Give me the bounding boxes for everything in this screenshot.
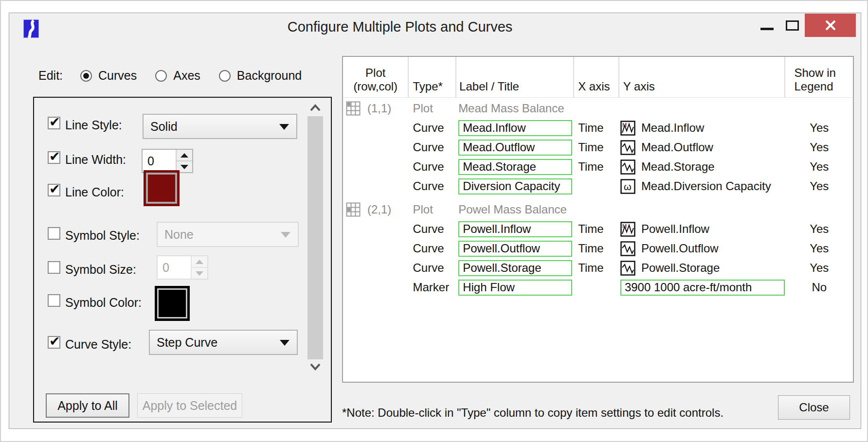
y-axis-value: Mead.Outflow: [641, 141, 713, 154]
table-row-marker[interactable]: Marker High Flow 3900 1000 acre-ft/month…: [343, 278, 853, 297]
row-type[interactable]: Curve: [409, 141, 456, 154]
dialog-window: Configure Multiple Plots and Curves Edit…: [9, 13, 861, 429]
curve-label-input[interactable]: Powell.Storage: [458, 260, 572, 276]
symbol-style-value: None: [164, 228, 194, 242]
line-style-value: Solid: [150, 120, 178, 134]
table-row-curve[interactable]: Curve Mead.Inflow Time M Mead.Inflow Yes: [343, 118, 853, 138]
symbol-style-checkbox[interactable]: [48, 227, 60, 240]
curve-style-label: Curve Style:: [65, 337, 131, 352]
symbol-color-checkbox[interactable]: [48, 294, 60, 307]
maximize-button[interactable]: [779, 14, 805, 37]
plot-coord: (2,1): [367, 203, 391, 216]
plot-grid-icon: [346, 202, 361, 217]
radio-option-background[interactable]: Background: [219, 69, 302, 83]
scrollbar-thumb[interactable]: [307, 116, 323, 359]
table-row-curve[interactable]: Curve Powell.Outflow Time Powell.Outflow…: [343, 239, 853, 258]
table-header: Plot (row,col) Type* Label / Title X axi…: [343, 57, 853, 98]
radio-curves: [80, 70, 92, 82]
spin-up-button[interactable]: [177, 150, 192, 160]
axis-zigzag-icon: [620, 159, 635, 175]
table-row-curve[interactable]: Curve Powell.Inflow Time M Powell.Inflow…: [343, 219, 853, 239]
curve-style-value: Step Curve: [157, 336, 217, 350]
apply-to-all-button[interactable]: Apply to All: [46, 393, 129, 418]
row-type[interactable]: Curve: [409, 160, 456, 174]
curve-style-checkbox[interactable]: [48, 336, 60, 349]
curve-label-input[interactable]: Diversion Capacity: [458, 178, 572, 194]
edit-selector: Edit: Curves Axes Background: [38, 69, 320, 83]
spin-up-button: [192, 256, 207, 267]
symbol-size-label: Symbol Size:: [65, 263, 136, 277]
row-type[interactable]: Curve: [409, 261, 456, 275]
symbol-size-spinbox: 0: [157, 255, 208, 280]
header-type: Type*: [409, 57, 456, 97]
minimize-button[interactable]: [754, 14, 779, 37]
curve-label-input[interactable]: Mead.Inflow: [458, 120, 572, 136]
x-axis-value: Time: [574, 222, 619, 236]
show-in-legend-value[interactable]: Yes: [786, 179, 853, 193]
table-row-curve[interactable]: Curve Mead.Storage Time Mead.Storage Yes: [343, 157, 853, 177]
curve-style-dropdown[interactable]: Step Curve: [149, 330, 298, 355]
table-row-curve[interactable]: Curve Diversion Capacity ω Mead.Diversio…: [343, 177, 853, 196]
symbol-color-swatch[interactable]: [155, 286, 190, 321]
show-in-legend-value[interactable]: Yes: [786, 141, 853, 154]
show-in-legend-value[interactable]: Yes: [786, 222, 853, 236]
curve-label-input[interactable]: Mead.Outflow: [458, 140, 572, 156]
curve-settings-panel: Line Style: Solid Line Width: 0 Line Col…: [33, 97, 332, 423]
edit-label: Edit:: [38, 69, 63, 83]
table-row-plot-2[interactable]: (2,1) Plot Powel Mass Balance: [343, 200, 853, 219]
row-type[interactable]: Curve: [409, 179, 456, 193]
x-axis-value: Time: [574, 141, 619, 154]
plot-title: Mead Mass Balance: [456, 102, 574, 115]
row-type[interactable]: Curve: [409, 242, 456, 255]
row-type[interactable]: Marker: [409, 281, 456, 294]
show-in-legend-value[interactable]: Yes: [786, 160, 853, 174]
close-icon: [824, 18, 837, 32]
line-width-spinbox: 0: [142, 149, 193, 173]
close-button[interactable]: Close: [778, 395, 850, 420]
spin-up-icon: [196, 260, 203, 264]
line-color-checkbox[interactable]: [48, 184, 60, 196]
table-row-plot-1[interactable]: (1,1) Plot Mead Mass Balance: [343, 99, 853, 118]
show-in-legend-value[interactable]: Yes: [786, 261, 853, 275]
minimize-icon: [760, 28, 774, 30]
row-type[interactable]: Curve: [409, 121, 456, 135]
line-width-value[interactable]: 0: [143, 150, 176, 172]
line-style-checkbox[interactable]: [48, 117, 60, 129]
scroll-up-icon[interactable]: [309, 104, 321, 112]
header-y-axis: Y axis: [619, 57, 786, 97]
curve-label-input[interactable]: Powell.Inflow: [458, 221, 572, 237]
curve-label-input[interactable]: Mead.Storage: [458, 159, 572, 175]
close-window-button[interactable]: [805, 14, 856, 37]
x-axis-value: Time: [574, 242, 619, 255]
scroll-down-icon[interactable]: [309, 362, 321, 371]
line-style-dropdown[interactable]: Solid: [143, 114, 297, 139]
radio-option-axes[interactable]: Axes: [155, 69, 200, 83]
plot-title: Powel Mass Balance: [456, 203, 574, 216]
table-row-curve[interactable]: Curve Mead.Outflow Time Mead.Outflow Yes: [343, 138, 853, 157]
riverware-logo-icon: [23, 19, 39, 38]
line-width-checkbox[interactable]: [48, 151, 60, 164]
marker-label-input[interactable]: High Flow: [458, 280, 572, 296]
line-width-label: Line Width:: [65, 153, 126, 167]
symbol-size-checkbox[interactable]: [48, 261, 60, 274]
show-in-legend-value[interactable]: Yes: [786, 242, 853, 255]
table-row-curve[interactable]: Curve Powell.Storage Time Powell.Storage…: [343, 258, 853, 278]
symbol-color-label: Symbol Color:: [65, 296, 142, 310]
y-axis-value: Mead.Storage: [641, 160, 715, 174]
marker-value-input[interactable]: 3900 1000 acre-ft/month: [620, 280, 785, 296]
header-label-title: Label / Title: [456, 57, 574, 97]
title-bar: Configure Multiple Plots and Curves: [9, 13, 861, 40]
curve-label-input[interactable]: Powell.Outflow: [458, 241, 572, 257]
window-controls: [754, 14, 856, 37]
y-axis-value: Powell.Outflow: [641, 242, 719, 255]
row-type[interactable]: Plot: [409, 203, 456, 216]
show-in-legend-value[interactable]: Yes: [786, 121, 853, 135]
show-in-legend-value[interactable]: No: [786, 281, 853, 294]
radio-option-curves[interactable]: Curves: [80, 69, 137, 83]
row-type[interactable]: Curve: [409, 222, 456, 236]
row-type[interactable]: Plot: [409, 102, 456, 115]
chevron-down-icon: [279, 124, 289, 130]
spin-down-icon: [196, 271, 203, 276]
x-axis-value: Time: [574, 261, 619, 275]
line-color-swatch[interactable]: [144, 170, 180, 206]
